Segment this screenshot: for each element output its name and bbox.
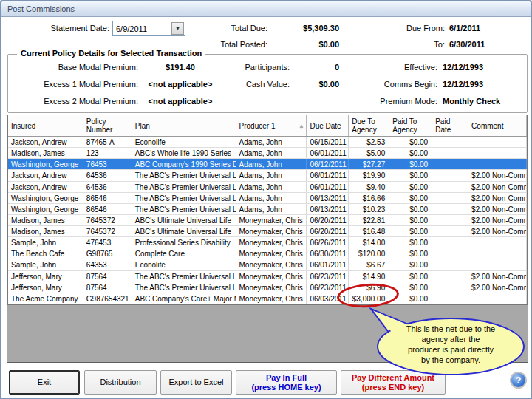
cell-producer_1: Adams, John bbox=[236, 137, 307, 147]
cell-insured: Sample, John bbox=[8, 259, 83, 270]
table-row[interactable]: The Beach CafeG98765Complete CareMoneyma… bbox=[8, 248, 527, 259]
titlebar: Post Commissions bbox=[1, 1, 531, 17]
cell-paid_to_agency: $0.00 bbox=[389, 271, 432, 282]
cell-policy_number: G987654321 bbox=[83, 293, 132, 304]
column-header-due_date[interactable]: Due Date bbox=[307, 115, 349, 136]
column-header-producer_1[interactable]: Producer 1▲ bbox=[236, 115, 307, 136]
cell-policy_number: 7645372 bbox=[83, 226, 132, 236]
due-from-value: 6/1/2011 bbox=[449, 24, 480, 33]
cell-insured: Sample, John bbox=[8, 237, 83, 248]
cell-due_date: 06/30/2011 bbox=[307, 248, 349, 259]
cell-paid_date bbox=[432, 248, 468, 259]
cell-comment: $2.00 Non-Comm A bbox=[468, 215, 527, 225]
cell-paid_to_agency: $0.00 bbox=[389, 293, 432, 304]
pay-different-amount-button-label: Pay Different Amount bbox=[352, 373, 434, 383]
dropdown-arrow-icon[interactable]: ▼ bbox=[171, 22, 184, 35]
cell-due_to_agency: $10.23 bbox=[349, 204, 389, 214]
cell-insured: Jackson, Andrew bbox=[8, 182, 83, 192]
table-row[interactable]: Jefferson, Mary87564The ABC's Premier Un… bbox=[8, 282, 527, 293]
statement-date-label: Statement Date: bbox=[30, 24, 109, 33]
cell-due_to_agency: $9.40 bbox=[349, 182, 389, 192]
excess1-modal-premium-label: Excess 1 Modal Premium: bbox=[16, 80, 138, 89]
help-button[interactable]: ? bbox=[510, 372, 527, 389]
table-row[interactable]: Jackson, Andrew64536The ABC's Premier Un… bbox=[8, 182, 527, 193]
column-header-label: Comment bbox=[471, 122, 503, 130]
cell-plan: The ABC's Premier Universal Life bbox=[132, 193, 236, 203]
base-modal-premium-label: Base Modal Premium: bbox=[16, 63, 138, 72]
export-to-excel-button[interactable]: Export to Excel bbox=[160, 370, 232, 395]
commissions-table: InsuredPolicy NumberPlanProducer 1▲Due D… bbox=[7, 115, 528, 305]
column-header-plan[interactable]: Plan bbox=[132, 115, 236, 136]
column-header-paid_date[interactable]: Paid Date bbox=[432, 115, 468, 136]
cell-paid_to_agency: $0.00 bbox=[389, 159, 432, 169]
column-header-due_to_agency[interactable]: Due To Agency bbox=[349, 115, 389, 136]
effective-label: Effective: bbox=[349, 63, 437, 72]
table-row[interactable]: Sample, John64353EconolifeMoneymaker, Ch… bbox=[8, 259, 527, 270]
cell-producer_1: Adams, John bbox=[236, 159, 307, 169]
table-row[interactable]: The Acme CompanyG987654321ABC Company's … bbox=[8, 293, 527, 304]
table-row[interactable]: Washington, George76453ABC Company's 199… bbox=[8, 159, 527, 170]
column-header-label: Plan bbox=[135, 122, 150, 130]
cell-paid_date bbox=[432, 159, 468, 169]
grid-empty-area bbox=[7, 305, 528, 363]
table-row[interactable]: Jackson, Andrew87465-AEconolifeAdams, Jo… bbox=[8, 137, 527, 148]
cell-paid_date bbox=[432, 170, 468, 180]
cell-comment bbox=[468, 248, 527, 259]
pay-in-full-button-label: Pay In Full bbox=[266, 373, 307, 383]
cell-due_date: 06/01/2011 bbox=[307, 182, 349, 192]
to-label: To: bbox=[382, 40, 445, 49]
pay-in-full-button[interactable]: Pay In Full (press HOME key) bbox=[236, 370, 337, 395]
cell-plan: The ABC's Premier Universal Life bbox=[132, 170, 236, 180]
column-header-comment[interactable]: Comment bbox=[468, 115, 527, 136]
cell-insured: Washington, George bbox=[8, 193, 83, 203]
cell-plan: ABC's Ultimate Universal Life bbox=[132, 226, 236, 236]
premium-mode-label: Premium Mode: bbox=[349, 97, 437, 106]
table-row[interactable]: Madison, James7645372ABC's Ultimate Univ… bbox=[8, 215, 527, 226]
cell-policy_number: 86546 bbox=[83, 193, 132, 203]
cell-insured: Madison, James bbox=[8, 215, 83, 225]
cell-comment bbox=[468, 137, 527, 147]
commissions-table-body: Jackson, Andrew87465-AEconolifeAdams, Jo… bbox=[8, 137, 527, 304]
comms-begin-label: Comms Begin: bbox=[349, 80, 437, 89]
distribution-button-label: Distribution bbox=[100, 378, 140, 387]
cell-policy_number: 64536 bbox=[83, 182, 132, 192]
table-row[interactable]: Madison, James7645372ABC's Ultimate Univ… bbox=[8, 226, 527, 237]
column-header-label: Policy Number bbox=[86, 117, 129, 134]
cell-due_to_agency: $14.00 bbox=[349, 237, 389, 248]
participants-label: Participants: bbox=[219, 63, 290, 72]
cell-due_to_agency: $16.48 bbox=[349, 226, 389, 236]
pay-different-amount-button[interactable]: Pay Different Amount (press END key) bbox=[341, 370, 446, 395]
column-header-policy_number[interactable]: Policy Number bbox=[83, 115, 132, 136]
cell-policy_number: 76453 bbox=[83, 159, 132, 169]
table-row[interactable]: Madison, James123ABC's Whole life 1990 S… bbox=[8, 148, 527, 159]
table-row[interactable]: Jefferson, Mary87564The ABC's Premier Un… bbox=[8, 271, 527, 282]
cell-due_date: 06/20/2011 bbox=[307, 226, 349, 236]
cell-insured: Madison, James bbox=[8, 148, 83, 158]
cell-insured: Jackson, Andrew bbox=[8, 137, 83, 147]
table-row[interactable]: Washington, George86546The ABC's Premier… bbox=[8, 193, 527, 204]
cell-plan: Professional Series Disability bbox=[132, 237, 236, 248]
cell-due_to_agency: $6.90 bbox=[349, 282, 389, 293]
cell-comment: $2.00 Non-Comm A bbox=[468, 204, 527, 214]
exit-button[interactable]: Exit bbox=[9, 370, 80, 395]
cell-due_to_agency: $6.67 bbox=[349, 259, 389, 270]
statement-date-combobox[interactable]: 6/9/2011 ▼ bbox=[112, 21, 185, 36]
excess2-modal-premium-value: <not applicable> bbox=[143, 97, 217, 106]
cell-due_to_agency: $120.00 bbox=[349, 248, 389, 259]
cell-due_to_agency: $16.66 bbox=[349, 193, 389, 203]
cell-comment bbox=[468, 159, 527, 169]
cell-producer_1: Moneymaker, Chris bbox=[236, 215, 307, 225]
cell-paid_date bbox=[432, 193, 468, 203]
table-row[interactable]: Jackson, Andrew64536The ABC's Premier Un… bbox=[8, 170, 527, 181]
column-header-label: Paid Date bbox=[435, 117, 466, 134]
table-row[interactable]: Sample, John476453Professional Series Di… bbox=[8, 237, 527, 248]
table-row[interactable]: Washington, George86546The ABC's Premier… bbox=[8, 204, 527, 215]
column-header-paid_to_agency[interactable]: Paid To Agency bbox=[389, 115, 432, 136]
distribution-button[interactable]: Distribution bbox=[84, 370, 157, 395]
cell-due_date: 06/01/2011 bbox=[307, 148, 349, 158]
column-header-insured[interactable]: Insured bbox=[8, 115, 83, 136]
cell-insured: Washington, George bbox=[8, 159, 83, 169]
cell-comment bbox=[468, 293, 527, 304]
cell-policy_number: 64536 bbox=[83, 170, 132, 180]
sort-ascending-icon: ▲ bbox=[299, 122, 304, 130]
